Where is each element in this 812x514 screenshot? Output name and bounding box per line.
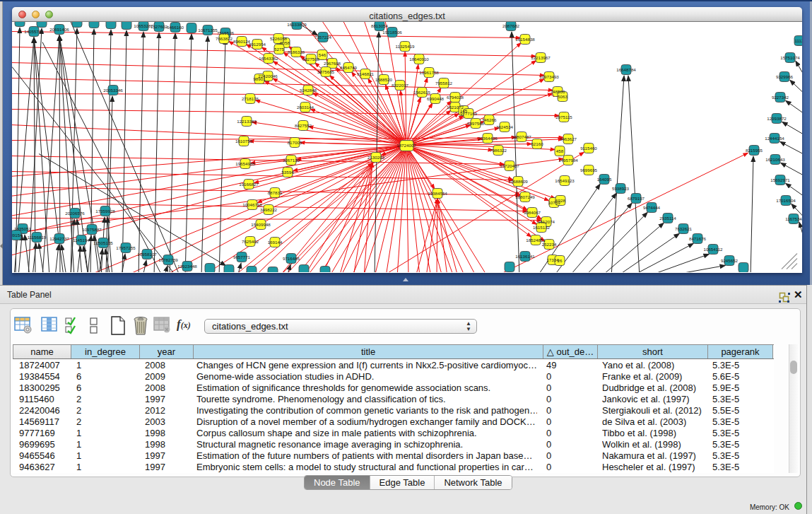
svg-text:10688609: 10688609 bbox=[508, 179, 528, 184]
svg-text:12923448: 12923448 bbox=[177, 264, 197, 269]
svg-text:16154838: 16154838 bbox=[515, 37, 535, 42]
svg-text:5226058: 5226058 bbox=[270, 36, 288, 41]
svg-text:7357224: 7357224 bbox=[314, 35, 332, 40]
svg-text:15409948: 15409948 bbox=[251, 222, 271, 227]
svg-text:8322037: 8322037 bbox=[392, 83, 409, 88]
svg-text:887831: 887831 bbox=[268, 190, 283, 195]
svg-text:9146821: 9146821 bbox=[357, 71, 375, 76]
svg-text:2718176: 2718176 bbox=[242, 96, 259, 101]
svg-text:10046718: 10046718 bbox=[242, 202, 262, 207]
svg-text:748500: 748500 bbox=[551, 89, 565, 94]
svg-text:7632621: 7632621 bbox=[675, 226, 693, 231]
svg-text:169144: 169144 bbox=[268, 240, 283, 245]
svg-text:9245652: 9245652 bbox=[721, 258, 739, 263]
svg-text:20053346: 20053346 bbox=[103, 88, 123, 93]
svg-text:10961758: 10961758 bbox=[419, 70, 439, 75]
svg-text:9084067: 9084067 bbox=[524, 210, 541, 215]
svg-text:252234: 252234 bbox=[542, 242, 557, 247]
svg-text:17359928: 17359928 bbox=[95, 209, 115, 214]
svg-text:9327508: 9327508 bbox=[302, 57, 320, 62]
svg-text:546: 546 bbox=[319, 52, 326, 57]
svg-text:1145194: 1145194 bbox=[73, 238, 90, 243]
svg-text:10975887: 10975887 bbox=[82, 227, 102, 232]
svg-text:1562615: 1562615 bbox=[413, 90, 431, 95]
svg-text:10973493: 10973493 bbox=[539, 74, 559, 79]
svg-text:16033809: 16033809 bbox=[287, 22, 307, 27]
svg-text:6794028: 6794028 bbox=[447, 95, 464, 100]
svg-text:5275: 5275 bbox=[274, 47, 284, 52]
svg-text:11325419: 11325419 bbox=[395, 44, 415, 49]
svg-text:1167534: 1167534 bbox=[785, 216, 802, 221]
svg-text:1615132: 1615132 bbox=[533, 225, 551, 230]
svg-text:1112: 1112 bbox=[795, 38, 802, 43]
svg-text:18724007: 18724007 bbox=[396, 143, 416, 148]
svg-text:15720407: 15720407 bbox=[500, 163, 519, 168]
svg-text:3498222: 3498222 bbox=[260, 207, 278, 212]
svg-text:817005: 817005 bbox=[288, 140, 302, 145]
svg-text:6928: 6928 bbox=[555, 198, 565, 203]
svg-text:20206576: 20206576 bbox=[65, 211, 85, 216]
svg-text:18807249: 18807249 bbox=[515, 194, 535, 199]
svg-text:16648784: 16648784 bbox=[616, 67, 636, 72]
svg-text:9699695: 9699695 bbox=[580, 168, 598, 173]
svg-text:8427552: 8427552 bbox=[295, 123, 312, 128]
svg-text:10654112: 10654112 bbox=[703, 247, 723, 252]
svg-text:14055715: 14055715 bbox=[24, 29, 44, 34]
svg-text:7663822: 7663822 bbox=[216, 36, 233, 41]
svg-text:16549123: 16549123 bbox=[555, 178, 575, 183]
svg-text:2975115: 2975115 bbox=[555, 115, 572, 119]
svg-text:3267130: 3267130 bbox=[283, 158, 300, 163]
svg-text:8215955: 8215955 bbox=[746, 148, 763, 153]
svg-text:1612074: 1612074 bbox=[538, 219, 555, 224]
svg-text:2935114: 2935114 bbox=[659, 216, 676, 221]
svg-text:9242848: 9242848 bbox=[300, 88, 317, 93]
svg-text:19384554: 19384554 bbox=[428, 191, 447, 196]
svg-text:15692971: 15692971 bbox=[770, 177, 790, 182]
svg-text:6879197: 6879197 bbox=[628, 196, 645, 201]
svg-text:62160: 62160 bbox=[531, 141, 543, 146]
svg-text:7955812: 7955812 bbox=[435, 81, 453, 86]
svg-text:8186328: 8186328 bbox=[288, 49, 305, 54]
svg-text:9474444: 9474444 bbox=[643, 205, 661, 210]
svg-text:2603144: 2603144 bbox=[297, 105, 314, 110]
svg-text:8454749: 8454749 bbox=[340, 65, 358, 70]
svg-text:20691406: 20691406 bbox=[49, 27, 69, 32]
svg-text:10671355: 10671355 bbox=[198, 28, 218, 33]
svg-text:2967608: 2967608 bbox=[324, 61, 341, 66]
svg-text:26: 26 bbox=[558, 258, 563, 263]
svg-text:8960124: 8960124 bbox=[233, 39, 251, 44]
svg-text:7986322: 7986322 bbox=[490, 148, 507, 153]
svg-text:9115460: 9115460 bbox=[580, 146, 597, 151]
svg-text:1588520: 1588520 bbox=[375, 77, 393, 82]
svg-text:5938923: 5938923 bbox=[612, 186, 630, 191]
svg-text:16210643: 16210643 bbox=[765, 157, 785, 162]
svg-text:19654985: 19654985 bbox=[235, 161, 255, 166]
svg-text:14957984: 14957984 bbox=[558, 158, 578, 163]
svg-text:9329966: 9329966 bbox=[776, 74, 794, 79]
svg-text:7515526: 7515526 bbox=[217, 30, 235, 35]
svg-text:9716485: 9716485 bbox=[283, 256, 300, 261]
svg-text:6058: 6058 bbox=[280, 40, 290, 45]
svg-text:19166827: 19166827 bbox=[239, 182, 259, 187]
svg-text:16543362: 16543362 bbox=[259, 56, 278, 61]
svg-text:12213383: 12213383 bbox=[237, 119, 257, 124]
svg-text:12942737: 12942737 bbox=[49, 236, 69, 241]
svg-text:12505135: 12505135 bbox=[93, 240, 113, 245]
svg-text:6466160: 6466160 bbox=[167, 25, 184, 30]
svg-text:9777169: 9777169 bbox=[460, 111, 478, 116]
svg-text:2130203: 2130203 bbox=[367, 155, 385, 160]
svg-text:16136141: 16136141 bbox=[515, 254, 535, 259]
svg-text:746266: 746266 bbox=[482, 117, 497, 122]
svg-text:19218506: 19218506 bbox=[382, 30, 402, 35]
svg-text:10958107: 10958107 bbox=[137, 252, 157, 257]
svg-text:164095: 164095 bbox=[597, 177, 612, 182]
svg-text:39154: 39154 bbox=[12, 233, 23, 238]
svg-text:16782759: 16782759 bbox=[158, 257, 178, 262]
svg-text:3875685: 3875685 bbox=[317, 69, 335, 74]
svg-text:2087682: 2087682 bbox=[502, 23, 520, 28]
svg-text:98901: 98901 bbox=[253, 76, 266, 81]
svg-text:5063: 5063 bbox=[558, 94, 567, 99]
svg-text:1610755: 1610755 bbox=[235, 139, 253, 144]
svg-text:8912954: 8912954 bbox=[249, 42, 266, 47]
svg-text:1835051: 1835051 bbox=[14, 226, 32, 231]
